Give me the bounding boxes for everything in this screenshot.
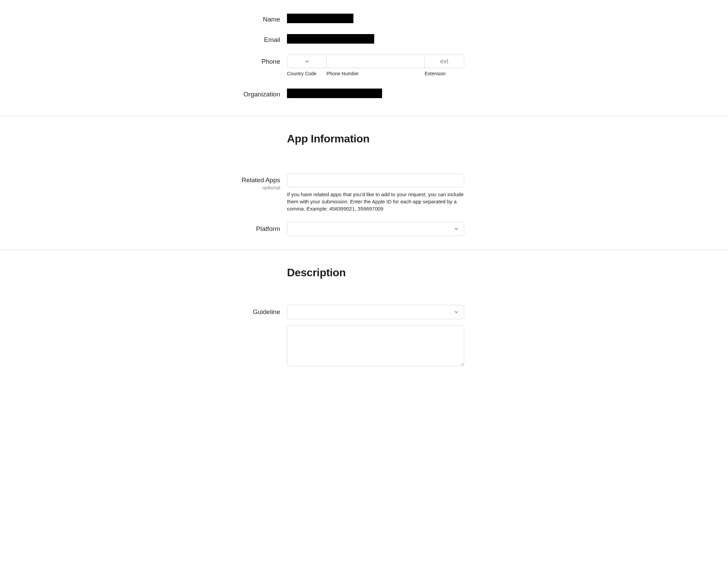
- guideline-label: Guideline: [253, 308, 280, 315]
- related-apps-help-text: If you have related apps that you'd like…: [287, 191, 464, 212]
- phone-number-sublabel: Phone Number: [327, 71, 425, 76]
- phone-number-input[interactable]: [327, 55, 424, 68]
- description-heading: Description: [287, 266, 464, 279]
- country-code-sublabel: Country Code: [287, 71, 327, 76]
- organization-value-redacted: [287, 89, 382, 98]
- phone-label: Phone: [261, 58, 280, 65]
- phone-extension-input[interactable]: [424, 55, 464, 68]
- name-label: Name: [263, 16, 280, 23]
- extension-sublabel: Extension: [425, 71, 464, 76]
- related-apps-input[interactable]: [287, 174, 464, 187]
- email-label: Email: [264, 36, 280, 43]
- platform-label: Platform: [256, 225, 280, 232]
- platform-select[interactable]: [287, 222, 464, 236]
- country-code-select[interactable]: [287, 55, 327, 68]
- chevron-down-icon: [304, 58, 310, 64]
- section-divider: [0, 116, 728, 116]
- guideline-select[interactable]: [287, 305, 464, 319]
- optional-label: optional: [188, 185, 280, 190]
- email-value-redacted: [287, 34, 374, 44]
- organization-label: Organization: [243, 91, 280, 98]
- name-value-redacted: [287, 14, 353, 23]
- section-divider: [0, 250, 728, 250]
- app-information-heading: App Information: [287, 133, 464, 145]
- related-apps-label: Related Apps: [242, 176, 280, 184]
- description-textarea[interactable]: [287, 325, 464, 366]
